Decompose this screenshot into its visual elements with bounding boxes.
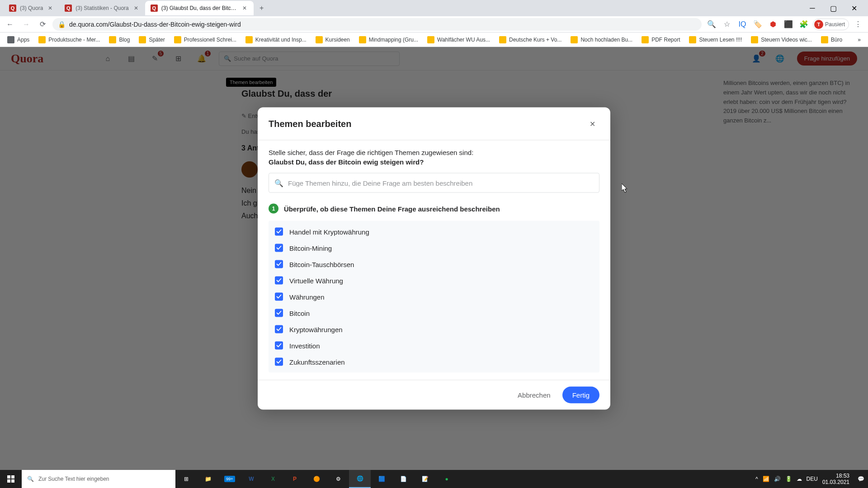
profile-chip[interactable]: T Pausiert	[813, 19, 849, 30]
star-icon[interactable]: ☆	[721, 18, 733, 31]
profile-status: Pausiert	[825, 21, 845, 28]
tray-chevron-icon[interactable]: ^	[755, 476, 758, 482]
bookmarks-overflow[interactable]: »	[854, 35, 864, 45]
bookmark-item[interactable]: PDF Report	[638, 34, 684, 45]
topic-row[interactable]: Investition	[269, 338, 599, 354]
bookmark-item[interactable]: Wahlfächer WU Aus...	[424, 34, 494, 45]
notifications-icon[interactable]: 💬	[858, 476, 864, 482]
bookmark-item[interactable]: Später	[135, 34, 168, 45]
volume-icon[interactable]: 🔊	[774, 476, 781, 482]
extension-icon[interactable]: ⬛	[782, 18, 795, 31]
checkbox-checked[interactable]	[275, 358, 283, 366]
svg-rect-3	[11, 479, 14, 483]
bookmark-item[interactable]: Blog	[105, 34, 133, 45]
edge-app[interactable]: 🟦	[371, 470, 392, 488]
close-icon[interactable]: ✕	[132, 5, 140, 12]
url-input[interactable]: 🔒 de.quora.com/Glaubst-Du-dass-der-Bitco…	[52, 18, 702, 31]
onedrive-icon[interactable]: ☁	[797, 476, 802, 482]
bookmark-label: Produktsuche - Mer...	[48, 37, 100, 43]
extension-icon[interactable]: ⬢	[767, 18, 779, 31]
checkbox-checked[interactable]	[275, 309, 283, 317]
reload-button[interactable]: ⟳	[36, 18, 49, 31]
close-modal-button[interactable]: ✕	[585, 117, 599, 131]
network-icon[interactable]: 📶	[763, 476, 769, 482]
browser-tab[interactable]: Q (3) Quora ✕	[4, 1, 59, 15]
menu-icon[interactable]: ⋮	[852, 18, 864, 31]
topic-row[interactable]: Kryptowährungen	[269, 321, 599, 338]
folder-icon	[821, 36, 828, 43]
checkbox-checked[interactable]	[275, 244, 283, 252]
checkbox-checked[interactable]	[275, 342, 283, 350]
taskbar-search[interactable]: 🔍 Zur Suche Text hier eingeben	[22, 470, 175, 488]
checkbox-checked[interactable]	[275, 228, 283, 236]
back-button[interactable]: ←	[4, 18, 16, 31]
chrome-app[interactable]: 🌐	[349, 470, 371, 488]
task-view-button[interactable]: ⊞	[175, 470, 197, 488]
powerpoint-app[interactable]: P	[284, 470, 306, 488]
browser-tab[interactable]: Q (3) Statistiken - Quora ✕	[59, 1, 145, 15]
word-app[interactable]: W	[241, 470, 262, 488]
tab-title: (3) Glaubst Du, dass der Bitcoin e	[161, 5, 237, 11]
extensions-button[interactable]: 🧩	[797, 18, 810, 31]
bookmark-label: Noch hochladen Bu...	[580, 37, 632, 43]
checkbox-checked[interactable]	[275, 293, 283, 301]
bookmark-item[interactable]: Kursideen	[312, 34, 354, 45]
taskbar-apps: ⊞ 📁 99+ W X P 🟠 ⚙ 🌐 🟦 📄 📝 ●	[175, 470, 458, 488]
bookmark-item[interactable]: Büro	[817, 34, 846, 45]
folder-icon	[38, 36, 46, 43]
app-icon[interactable]: 📝	[414, 470, 436, 488]
search-icon: 🔍	[274, 178, 283, 187]
obs-app[interactable]: ⚙	[327, 470, 349, 488]
clock[interactable]: 18:53 01.03.2021	[822, 473, 853, 486]
bookmark-item[interactable]: Kreativität und Insp...	[242, 34, 310, 45]
checkbox-checked[interactable]	[275, 325, 283, 333]
explorer-app[interactable]: 📁	[197, 470, 219, 488]
topic-row[interactable]: Bitcoin-Tauschbörsen	[269, 256, 599, 272]
topic-row[interactable]: Virtuelle Währung	[269, 272, 599, 289]
topic-row[interactable]: Bitcoin-Mining	[269, 240, 599, 256]
topic-search-input[interactable]	[288, 179, 594, 187]
topic-row[interactable]: Zukunftsszenarien	[269, 354, 599, 370]
cancel-button[interactable]: Abbrechen	[511, 388, 557, 403]
maximize-button[interactable]: ▢	[823, 1, 844, 15]
app-icon[interactable]: 🟠	[306, 470, 327, 488]
close-icon[interactable]: ✕	[241, 5, 248, 12]
close-icon[interactable]: ✕	[47, 5, 54, 12]
checkbox-checked[interactable]	[275, 260, 283, 268]
zoom-icon[interactable]: 🔍	[705, 18, 718, 31]
new-tab-button[interactable]: +	[255, 2, 268, 14]
bookmark-item[interactable]: Noch hochladen Bu...	[567, 34, 636, 45]
done-button[interactable]: Fertig	[562, 387, 599, 404]
topic-row[interactable]: Handel mit Kryptowährung	[269, 224, 599, 240]
bookmark-item[interactable]: Apps	[4, 34, 33, 45]
bookmark-item[interactable]: Deutsche Kurs + Vo...	[495, 34, 565, 45]
extension-icon[interactable]: 🏷️	[751, 18, 764, 31]
start-button[interactable]	[0, 470, 22, 488]
checkbox-checked[interactable]	[275, 277, 283, 285]
bookmark-label: Steuern Lesen !!!!	[699, 37, 742, 43]
app-icon[interactable]: 📄	[392, 470, 414, 488]
browser-tab-active[interactable]: Q (3) Glaubst Du, dass der Bitcoin e ✕	[145, 1, 254, 15]
bookmark-item[interactable]: Mindmapping (Gru...	[355, 34, 422, 45]
extension-icon[interactable]: IQ	[736, 18, 749, 31]
topic-row[interactable]: Bitcoin	[269, 305, 599, 321]
topic-row[interactable]: Währungen	[269, 289, 599, 305]
bookmark-item[interactable]: Produktsuche - Mer...	[35, 34, 104, 45]
language-indicator[interactable]: DEU	[807, 476, 818, 482]
modal-footer: Abbrechen Fertig	[258, 380, 610, 410]
minimize-button[interactable]: ─	[802, 1, 823, 15]
forward-button[interactable]: →	[20, 18, 33, 31]
close-window-button[interactable]: ✕	[844, 1, 864, 15]
spotify-app[interactable]: ●	[436, 470, 458, 488]
edit-topics-modal: Themen bearbeiten ✕ Stelle sicher, dass …	[258, 108, 610, 410]
excel-app[interactable]: X	[262, 470, 284, 488]
bookmark-item[interactable]: Professionell Schrei...	[170, 34, 240, 45]
app-icon[interactable]: 99+	[219, 470, 241, 488]
svg-rect-0	[7, 475, 10, 479]
bookmark-item[interactable]: Steuern Videos wic...	[747, 34, 816, 45]
topic-search-field[interactable]: 🔍	[269, 173, 599, 193]
quora-favicon: Q	[151, 5, 158, 12]
bookmark-item[interactable]: Steuern Lesen !!!!	[685, 34, 745, 45]
battery-icon[interactable]: 🔋	[785, 476, 792, 482]
folder-icon	[571, 36, 578, 43]
